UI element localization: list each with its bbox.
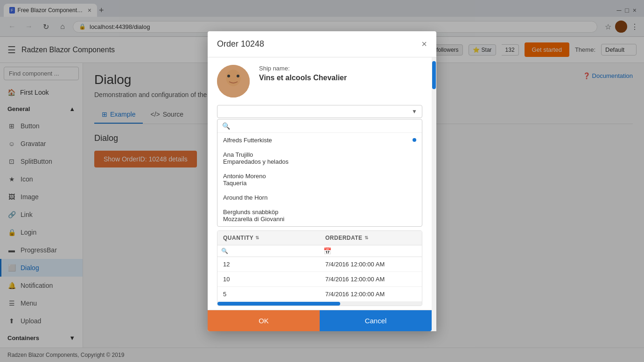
- dropdown-option-3[interactable]: Antonio Moreno Taquería: [217, 169, 422, 190]
- svg-rect-7: [217, 89, 250, 97]
- dropdown-search-input[interactable]: [233, 122, 417, 129]
- dialog-cancel-button[interactable]: Cancel: [320, 310, 432, 331]
- table-scrollbar-thumb: [217, 302, 340, 306]
- table-row: 12 7/4/2016 12:00:00 AM: [217, 257, 422, 272]
- table-header: QUANTITY ⇅ ORDERDATE ⇅: [217, 231, 422, 245]
- table-cell-date-3: 7/4/2016 12:00:00 AM: [320, 287, 422, 301]
- dialog-header: Order 10248 ×: [208, 31, 436, 57]
- orderdate-sort-icon: ⇅: [364, 235, 369, 240]
- table-cell-quantity-1: 12: [217, 257, 320, 272]
- date-filter-cell[interactable]: 📅: [320, 245, 422, 257]
- dialog-title: Order 10248: [217, 39, 264, 49]
- ship-info: Ship name: Vins et alcools Chevalier: [259, 65, 422, 97]
- table-cell-quantity-2: 10: [217, 272, 320, 286]
- dropdown-search-area: 🔍: [217, 119, 422, 133]
- svg-point-4: [226, 70, 241, 86]
- table-header-quantity[interactable]: QUANTITY ⇅: [217, 231, 320, 245]
- table-cell-date-1: 7/4/2016 12:00:00 AM: [320, 257, 422, 272]
- table-horizontal-scrollbar[interactable]: [217, 302, 422, 306]
- quantity-filter-cell[interactable]: 🔍: [217, 245, 320, 257]
- dialog-close-button[interactable]: ×: [421, 39, 427, 49]
- dialog-box: Order 10248 ×: [208, 31, 436, 331]
- selected-dot: [413, 138, 416, 142]
- data-table: QUANTITY ⇅ ORDERDATE ⇅ 🔍: [217, 230, 422, 306]
- dropdown-list: 🔍 Alfreds Futterkiste Ana Trujillo Empar…: [217, 119, 422, 227]
- table-header-orderdate[interactable]: ORDERDATE ⇅: [320, 231, 422, 245]
- dialog-vertical-scrollbar[interactable]: [432, 57, 436, 331]
- dialog-scrollbar-thumb: [432, 61, 436, 89]
- table-cell-quantity-3: 5: [217, 287, 320, 301]
- ship-label: Ship name:: [259, 65, 422, 72]
- svg-point-5: [227, 75, 230, 77]
- dropdown-option-5[interactable]: Berglunds snabbköp Mozzarella di Giovann…: [217, 205, 422, 226]
- dropdown-area: ▼ 🔍 Alfreds Futterkiste Ana Trujillo Emp: [208, 105, 432, 230]
- order-avatar: [217, 65, 250, 97]
- table-cell-date-2: 7/4/2016 12:00:00 AM: [320, 272, 422, 286]
- table-row: 5 7/4/2016 12:00:00 AM: [217, 287, 422, 302]
- ship-name: Vins et alcools Chevalier: [259, 74, 422, 82]
- dropdown-chevron-icon: ▼: [412, 108, 417, 115]
- dropdown-option-4[interactable]: Around the Horn: [217, 190, 422, 205]
- dropdown-option-2[interactable]: Ana Trujillo Emparedados y helados: [217, 147, 422, 169]
- table-row: 10 7/4/2016 12:00:00 AM: [217, 272, 422, 287]
- dialog-ok-button[interactable]: OK: [208, 310, 320, 331]
- table-filter-row: 🔍 📅: [217, 245, 422, 257]
- dropdown-trigger[interactable]: ▼: [217, 105, 422, 118]
- quantity-sort-icon: ⇅: [255, 235, 259, 240]
- dialog-with-sidebar: Ship name: Vins et alcools Chevalier ▼ 🔍: [208, 57, 436, 331]
- dropdown-search-icon: 🔍: [222, 122, 230, 130]
- dialog-table-area: QUANTITY ⇅ ORDERDATE ⇅ 🔍: [208, 230, 432, 310]
- dialog-info-area: Ship name: Vins et alcools Chevalier: [208, 57, 432, 105]
- dialog-footer: OK Cancel: [208, 310, 432, 331]
- date-filter-icon: 📅: [323, 247, 331, 255]
- quantity-filter-icon: 🔍: [221, 248, 228, 254]
- dropdown-option-1[interactable]: Alfreds Futterkiste: [217, 133, 422, 147]
- modal-overlay: Order 10248 ×: [0, 0, 644, 362]
- svg-point-6: [237, 75, 239, 77]
- dialog-main: Ship name: Vins et alcools Chevalier ▼ 🔍: [208, 57, 432, 331]
